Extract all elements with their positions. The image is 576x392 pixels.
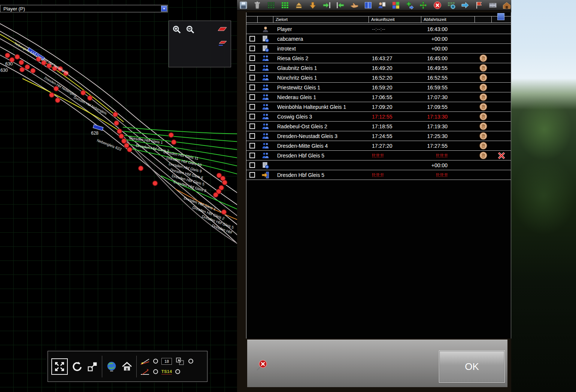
timetable-row[interactable]: +00:00 [246,160,511,170]
zoom-in-icon[interactable] [172,25,182,34]
timetable-row[interactable]: Radebeul-Ost Gleis 2 17:18:55 17:19:30 [246,122,511,131]
stop-hand-icon[interactable] [479,142,487,150]
row-checkbox[interactable] [249,114,255,119]
junction-overlay-radio[interactable] [153,359,158,364]
erase-marker-icon[interactable] [217,37,228,47]
stop-hand-icon[interactable] [479,113,487,120]
map-track-label: 630 [5,61,13,67]
row-zielort: Player [273,26,369,32]
stop-hand-icon[interactable] [479,83,487,91]
depot-icon[interactable] [502,1,511,10]
fit-view-button[interactable] [51,358,68,375]
world-view-button[interactable] [106,361,118,373]
driver-list-icon[interactable] [378,1,386,10]
zoom-out-icon[interactable] [185,25,195,34]
home-view-button[interactable] [121,361,133,373]
row-checkbox[interactable] [249,94,255,100]
move-top-icon[interactable] [294,1,303,10]
consist-dropdown-value: Player (P) [3,6,25,12]
row-checkbox[interactable] [249,46,255,51]
scrollbar-thumb[interactable] [497,13,504,20]
stop-hand-icon[interactable] [479,93,487,101]
timetable-row[interactable]: Dresden Hbf Gleis 5 !!:!!:!! !!:!!:!! [246,170,511,180]
zoom-level-value[interactable]: 18 [161,358,172,365]
move-to-end-icon[interactable] [322,1,331,10]
timetable-row[interactable]: Player --:--:-- 16:43:00 [246,24,511,34]
flag-icon[interactable] [475,1,483,10]
row-checkbox[interactable] [249,75,255,80]
row-checkbox[interactable] [249,104,255,110]
row-checkbox[interactable] [249,143,255,148]
row-checkbox[interactable] [249,123,255,129]
timetable-row[interactable]: Priestewitz Gleis 1 16:59:20 16:59:55 [246,83,511,92]
timetable-row[interactable]: introtext +00:00 [246,44,511,53]
stop-hand-icon[interactable] [479,74,487,82]
row-abfahrtszeit: 17:07:30 [424,94,448,100]
dropdown-arrow-icon[interactable]: ▼ [161,6,167,12]
ts14-overlay-label[interactable]: TS14 [161,369,172,374]
signal-overlay-radio[interactable] [153,369,158,374]
timetable-row[interactable]: Dresden-Mitte Gleis 4 17:27:20 17:27:55 [246,141,511,151]
save-icon[interactable] [239,1,248,10]
row-ankunftszeit: 17:24:55 [369,133,421,139]
timetable-table: Zielort Ankunftszeit Abfahrtszeit Player… [246,12,511,339]
row-checkbox[interactable] [249,153,255,158]
row-checkbox[interactable] [249,85,255,90]
timetable-row[interactable]: Glaubnitz Gleis 1 16:49:20 16:49:55 [246,63,511,73]
timetable-row[interactable]: Niederau Gleis 1 17:06:55 17:07:30 [246,92,511,102]
arrive-icon [261,171,270,179]
grid-large-icon[interactable] [281,1,289,10]
junction-overlay-icon[interactable] [140,357,150,366]
film-strip-icon[interactable] [488,1,497,10]
ts14-overlay-radio[interactable] [175,369,180,374]
timetable-row[interactable]: Weinböhla Haltepunkt Gleis 1 17:09:20 17… [246,102,511,112]
reorder-service-icon[interactable] [419,1,428,10]
signal-overlay-icon[interactable] [140,367,150,376]
row-checkbox[interactable] [249,65,255,71]
stop-hand-icon[interactable] [479,151,487,159]
row-checkbox[interactable] [249,133,255,139]
row-checkbox[interactable] [249,172,255,178]
app-root: { "map": { "consist_dropdown": "Player (… [0,0,576,392]
passengers-icon [261,122,270,131]
grid-small-icon[interactable] [267,1,276,10]
stop-hand-icon[interactable] [479,132,487,140]
track-node [139,166,143,171]
stop-hand-icon[interactable] [479,64,487,72]
timetable-row[interactable]: cabcamera +00:00 [246,34,511,44]
draw-marker-icon[interactable] [217,24,228,34]
timetable-row[interactable]: Dresden-Neustadt Gleis 3 17:24:55 17:25:… [246,131,511,141]
timetable-book-icon[interactable] [364,1,373,10]
consist-grid-icon[interactable] [391,1,400,10]
row-checkbox[interactable] [249,162,255,168]
row-checkbox[interactable] [249,36,255,42]
stop-hand-icon[interactable] [479,54,487,62]
map-panel[interactable]: 630630Nebengleis 630Dresden Hbf Nebengle… [0,0,237,392]
row-checkbox[interactable] [249,55,255,61]
next-service-icon[interactable] [461,1,470,10]
move-to-start-icon[interactable] [336,1,345,10]
passengers-icon [261,113,270,121]
timetable-row[interactable]: Nünchritz Gleis 1 16:52:20 16:52:55 [246,73,511,83]
timetable-row[interactable]: Dresden Hbf Gleis 5 !!:!!:!! !!:!!:!! [246,151,511,160]
timetable-row[interactable]: Riesa Gleis 2 16:43:27 16:45:00 [246,53,511,63]
passengers-icon [261,93,270,101]
pan-view-button[interactable] [87,361,98,373]
timetable-row[interactable]: Coswig Gleis 3 17:12:55 17:13:30 [246,112,511,122]
ok-button[interactable]: OK [439,350,505,383]
stop-hand-icon[interactable] [479,122,487,130]
move-down-icon[interactable] [308,1,317,10]
remove-service-icon[interactable] [433,1,442,10]
toolbar-divider [136,356,137,377]
cancel-icon[interactable] [497,151,506,160]
marker-overlay-radio[interactable] [188,359,193,364]
service-settings-icon[interactable] [447,1,456,10]
add-service-icon[interactable] [405,1,414,10]
remove-marker-icon[interactable] [256,359,269,371]
stop-hand-icon[interactable] [479,103,487,111]
consist-dropdown[interactable]: Player (P) ▼ [0,5,168,12]
delete-icon[interactable] [253,1,262,10]
rotate-view-button[interactable] [71,361,83,373]
marker-overlay-icon[interactable] [175,357,185,366]
pick-target-icon[interactable] [350,1,359,10]
